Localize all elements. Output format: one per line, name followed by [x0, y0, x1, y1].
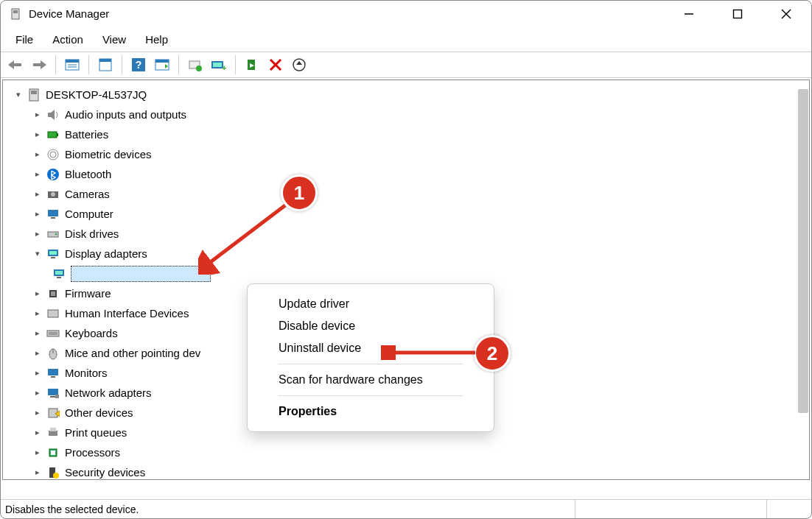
maximize-button[interactable] [723, 4, 752, 24]
window-title: Device Manager [29, 7, 674, 20]
action-button[interactable] [152, 54, 172, 75]
expander-closed-icon[interactable]: ▸ [32, 209, 43, 219]
cm-scan-hardware[interactable]: Scan for hardware changes [248, 369, 494, 391]
cm-disable-device[interactable]: Disable device [248, 315, 494, 337]
svg-rect-22 [213, 63, 222, 67]
mouse-icon [46, 346, 60, 361]
printer-icon [46, 426, 60, 440]
status-text: Disables the selected device. [5, 504, 139, 515]
tree-item-disk-drives[interactable]: ▸ Disk drives [13, 224, 809, 244]
expander-closed-icon[interactable]: ▸ [32, 149, 43, 160]
svg-marker-6 [8, 60, 21, 69]
expander-closed-icon[interactable]: ▸ [32, 348, 43, 359]
tree-item-label: Batteries [65, 124, 108, 144]
svg-rect-66 [50, 428, 56, 431]
close-button[interactable] [771, 4, 801, 24]
cm-update-driver[interactable]: Update driver [248, 293, 494, 315]
add-hardware-button[interactable]: + [209, 54, 229, 75]
expander-closed-icon[interactable]: ▸ [32, 169, 43, 180]
svg-rect-60 [48, 389, 58, 395]
camera-icon [46, 187, 60, 202]
svg-rect-34 [57, 133, 58, 136]
svg-rect-3 [734, 10, 742, 18]
help-button[interactable]: ? [128, 54, 149, 75]
disable-button[interactable] [265, 54, 286, 75]
bluetooth-icon [46, 167, 60, 182]
audio-icon [46, 107, 60, 122]
monitor-icon [46, 366, 60, 381]
tree-item-label: Disk drives [65, 224, 119, 244]
forward-button[interactable] [29, 54, 49, 75]
svg-rect-17 [155, 60, 169, 63]
tree-item-label: Print queues [65, 423, 127, 442]
tree-item-label: Display adapters [65, 244, 147, 264]
menu-view[interactable]: View [99, 32, 129, 47]
scan-hardware-button[interactable] [185, 54, 206, 75]
tree-item-biometric[interactable]: ▸ Biometric devices [13, 144, 809, 164]
tree-item-audio[interactable]: ▸ Audio inputs and outputs [13, 105, 809, 124]
svg-point-70 [53, 473, 59, 479]
expander-closed-icon[interactable]: ▸ [32, 467, 43, 478]
menu-action[interactable]: Action [49, 32, 86, 47]
expander-closed-icon[interactable]: ▸ [32, 408, 43, 418]
svg-rect-9 [66, 60, 79, 63]
tree-item-bluetooth[interactable]: ▸ Bluetooth [13, 164, 809, 184]
expander-closed-icon[interactable]: ▸ [32, 428, 43, 438]
tree-item-label: Human Interface Devices [65, 303, 189, 323]
fingerprint-icon [46, 147, 60, 162]
monitor-icon [46, 207, 60, 222]
tree-item-security[interactable]: ▸ Security devices [13, 462, 809, 480]
tree-item-label: Computer [65, 204, 113, 224]
svg-rect-65 [49, 431, 57, 436]
tree-item-label: Other devices [65, 403, 133, 423]
display-adapter-icon [52, 266, 66, 281]
menu-file[interactable]: File [13, 32, 36, 47]
tree-item-processors[interactable]: ▸ Processors [13, 442, 809, 462]
battery-icon [46, 127, 60, 142]
scrollbar[interactable] [798, 89, 808, 413]
expander-closed-icon[interactable]: ▸ [32, 368, 43, 378]
properties-button[interactable] [95, 54, 116, 75]
svg-marker-32 [48, 110, 55, 120]
expander-closed-icon[interactable]: ▸ [32, 388, 43, 398]
tree-item-display-adapters[interactable]: ▾ Display adapters [13, 244, 809, 264]
window-controls [674, 4, 801, 24]
expander-closed-icon[interactable]: ▸ [32, 130, 43, 140]
expander-closed-icon[interactable]: ▸ [32, 308, 43, 319]
expander-closed-icon[interactable]: ▸ [32, 328, 43, 339]
tree-item-label: Network adapters [65, 383, 152, 403]
svg-rect-40 [48, 210, 58, 216]
tree-item-cameras[interactable]: ▸ Cameras [13, 184, 809, 204]
tree-root[interactable]: ▾ DESKTOP-4L537JQ [13, 85, 809, 105]
svg-marker-7 [33, 60, 46, 69]
expander-closed-icon[interactable]: ▸ [32, 448, 43, 458]
enable-button[interactable] [242, 54, 262, 75]
expander-closed-icon[interactable]: ▸ [32, 189, 43, 200]
expander-open-icon[interactable]: ▾ [32, 249, 43, 259]
app-icon [10, 8, 21, 20]
expander-closed-icon[interactable]: ▸ [32, 110, 43, 120]
cm-properties[interactable]: Properties [248, 400, 494, 423]
cm-uninstall-device[interactable]: Uninstall device [248, 337, 494, 359]
svg-rect-49 [57, 277, 61, 278]
display-adapter-icon [46, 247, 60, 261]
menu-help[interactable]: Help [142, 32, 171, 47]
expander-closed-icon[interactable]: ▸ [32, 229, 43, 239]
expander-closed-icon[interactable]: ▸ [32, 289, 43, 299]
svg-rect-62 [55, 395, 59, 398]
tree-item-computer[interactable]: ▸ Computer [13, 204, 809, 224]
svg-point-36 [50, 152, 56, 158]
expander-open-icon[interactable]: ▾ [13, 90, 24, 100]
svg-rect-31 [31, 91, 37, 94]
svg-rect-46 [51, 257, 55, 258]
tree-item-display-adapter-device[interactable] [13, 264, 809, 283]
back-button[interactable] [5, 54, 26, 75]
show-hide-tree-button[interactable] [62, 54, 83, 75]
update-driver-button[interactable] [289, 54, 309, 75]
svg-rect-1 [13, 10, 18, 13]
svg-text:?: ? [136, 59, 142, 71]
svg-point-35 [48, 149, 58, 160]
chip-icon [46, 286, 60, 301]
minimize-button[interactable] [674, 4, 704, 24]
tree-item-batteries[interactable]: ▸ Batteries [13, 124, 809, 144]
